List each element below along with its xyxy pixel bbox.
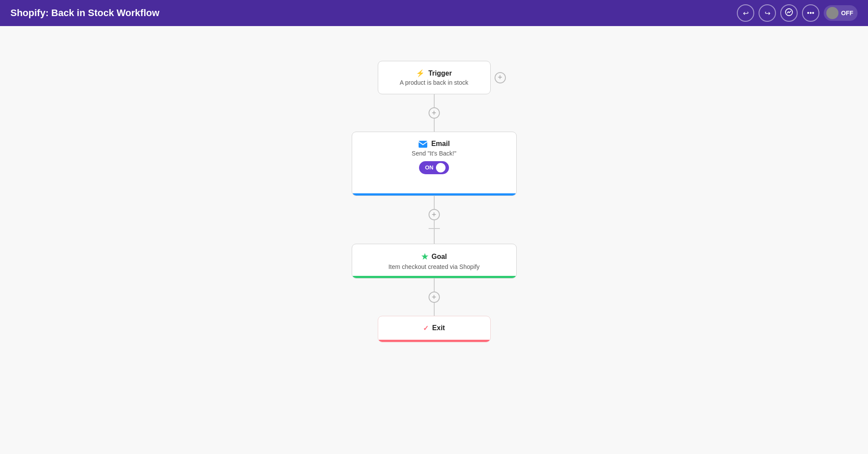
line-1	[434, 94, 435, 107]
goal-node[interactable]: ★ Goal Item checkout created via Shopify…	[352, 244, 517, 278]
line-2c	[434, 228, 435, 236]
analytics-icon	[785, 8, 793, 18]
exit-node-bar	[378, 340, 490, 342]
trigger-side-add-button[interactable]: +	[495, 72, 506, 83]
workflow-container: ⚡ Trigger A product is back in stock + +	[352, 26, 517, 342]
plus-icon-1: +	[432, 109, 436, 117]
trigger-node-subtitle: A product is back in stock	[396, 79, 473, 86]
connector-1: +	[429, 94, 440, 132]
plus-icon: +	[498, 73, 502, 82]
redo-button[interactable]: ↪	[759, 4, 776, 22]
workflow-canvas: ⚡ Trigger A product is back in stock + +	[0, 26, 868, 454]
exit-node-label: ✓ Exit	[396, 324, 473, 332]
more-icon: •••	[807, 9, 815, 17]
goal-node-bar	[352, 276, 516, 278]
more-button[interactable]: •••	[802, 4, 819, 22]
header-actions: ↩ ↪ ••• OFF	[737, 4, 858, 22]
fork-bar	[429, 228, 440, 229]
email-toggle-circle-icon	[436, 163, 446, 172]
email-node[interactable]: Email Send "It's Back!" ON	[352, 132, 517, 196]
page-title: Shopify: Back in Stock Workflow	[10, 7, 159, 19]
line-2a	[434, 196, 435, 209]
workflow-toggle[interactable]: OFF	[824, 5, 858, 21]
line-3a	[434, 278, 435, 292]
check-icon: ✓	[423, 324, 429, 332]
goal-node-subtitle: Item checkout created via Shopify	[370, 263, 499, 270]
connector-3: +	[429, 278, 440, 316]
redo-icon: ↪	[765, 9, 770, 17]
email-node-subtitle: Send "It's Back!"	[370, 150, 499, 157]
analytics-button[interactable]	[780, 4, 798, 22]
undo-button[interactable]: ↩	[737, 4, 754, 22]
undo-icon: ↩	[743, 9, 749, 17]
toggle-label: OFF	[841, 10, 853, 17]
star-icon: ★	[421, 252, 428, 262]
connector-2: +	[429, 196, 440, 244]
line-1b	[434, 119, 435, 132]
header: Shopify: Back in Stock Workflow ↩ ↪ ••• …	[0, 0, 868, 26]
plus-icon-3: +	[432, 293, 436, 301]
line-2d	[434, 236, 435, 244]
add-step-button-1[interactable]: +	[429, 107, 440, 119]
email-node-bar	[352, 193, 516, 196]
email-node-inner: Email Send "It's Back!" ON	[370, 140, 499, 188]
add-step-button-3[interactable]: +	[429, 292, 440, 303]
email-toggle-label: ON	[425, 164, 434, 171]
exit-node[interactable]: ✓ Exit	[378, 316, 491, 342]
toggle-circle-icon	[826, 7, 838, 19]
email-icon	[418, 140, 428, 148]
plus-icon-2: +	[432, 211, 436, 219]
trigger-node[interactable]: ⚡ Trigger A product is back in stock +	[378, 61, 491, 94]
line-3b	[434, 303, 435, 316]
email-node-label: Email	[370, 140, 499, 148]
email-toggle[interactable]: ON	[419, 161, 449, 174]
add-step-button-2[interactable]: +	[429, 209, 440, 220]
bolt-icon: ⚡	[416, 69, 425, 77]
line-2b	[434, 220, 435, 228]
trigger-node-label: ⚡ Trigger	[396, 69, 473, 77]
goal-node-label: ★ Goal	[370, 252, 499, 262]
